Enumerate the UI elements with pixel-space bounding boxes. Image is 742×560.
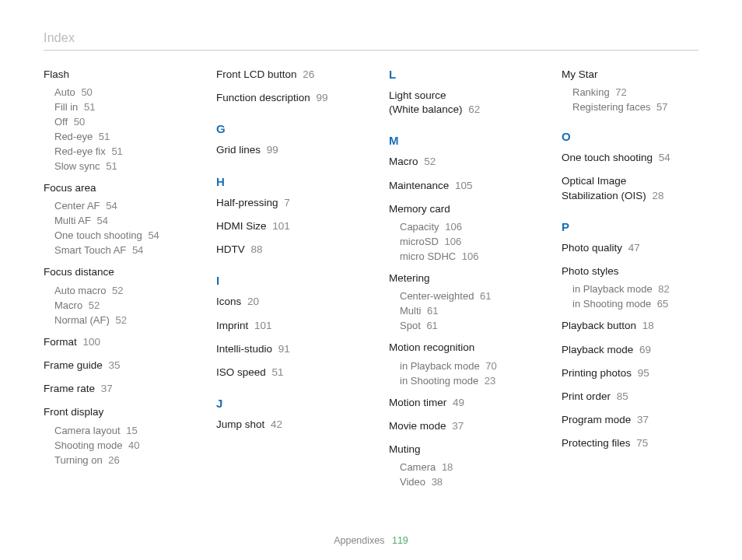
index-entry-label: Printing photos	[562, 367, 632, 379]
index-subentry[interactable]: Center-weighted 61	[400, 290, 526, 302]
index-entry[interactable]: Light source(White balance) 62	[389, 89, 526, 117]
index-entry-label: ISO speed	[216, 366, 266, 378]
index-subentry-page: 54	[132, 244, 143, 256]
index-subentry[interactable]: Shooting mode 40	[54, 439, 180, 451]
index-entry[interactable]: Photo quality 47	[562, 241, 698, 255]
index-subentry[interactable]: Capacity 106	[400, 221, 526, 233]
index-entry[interactable]: Macro 52	[389, 155, 526, 169]
index-entry-page: 100	[83, 336, 101, 348]
index-entry[interactable]: ISO speed 51	[216, 366, 353, 380]
index-entry[interactable]: Movie mode 37	[389, 419, 526, 433]
index-subentry[interactable]: in Playback mode 82	[572, 283, 698, 295]
index-entry[interactable]: Playback mode 69	[562, 343, 698, 357]
index-subentry[interactable]: Spot 61	[400, 320, 526, 331]
index-entry-page: 51	[272, 366, 284, 378]
index-subentry[interactable]: in Shooting mode 65	[572, 298, 698, 310]
index-entry-label: Program mode	[562, 414, 631, 425]
index-entry[interactable]: Front LCD button 26	[216, 68, 353, 82]
index-entry-page: 7	[284, 197, 290, 208]
index-subentry-page: 106	[445, 221, 462, 233]
index-group-heading: Motion recognition	[389, 341, 526, 355]
index-entry-label: Imprint	[216, 320, 248, 331]
index-columns: FlashAuto 50Fill in 51Off 50Red-eye 51Re…	[44, 68, 698, 497]
index-entry-page: 105	[455, 180, 473, 191]
index-entry-label: One touch shooting	[562, 152, 653, 163]
index-subentry-label: Slow sync	[54, 160, 100, 172]
index-entry-page: 54	[659, 152, 670, 163]
index-subentry[interactable]: Off 50	[54, 116, 180, 128]
index-entry[interactable]: Function description 99	[216, 91, 353, 105]
index-entry-page: 28	[653, 190, 664, 201]
index-subentry[interactable]: Red-eye fix 51	[54, 145, 180, 157]
index-subentry-page: 51	[99, 131, 110, 142]
index-entry[interactable]: Program mode 37	[562, 413, 698, 427]
index-subentry-page: 51	[111, 145, 122, 157]
index-subentry-page: 65	[657, 298, 668, 310]
index-subentry[interactable]: Slow sync 51	[54, 160, 180, 172]
index-entry[interactable]: HDMI Size 101	[216, 219, 353, 233]
index-entry[interactable]: Jump shot 42	[216, 418, 353, 432]
index-subentry[interactable]: Video 38	[400, 476, 526, 488]
index-subentry[interactable]: Center AF 54	[54, 200, 180, 212]
index-entry[interactable]: Motion timer 49	[389, 396, 526, 410]
index-entry[interactable]: Frame guide 35	[44, 359, 180, 373]
index-subentry-page: 106	[444, 236, 461, 247]
index-entry[interactable]: Protecting files 75	[562, 436, 698, 450]
index-subentry[interactable]: Camera 18	[400, 461, 526, 473]
index-subentry[interactable]: Ranking 72	[572, 86, 698, 98]
index-subentry-page: 51	[106, 160, 117, 172]
index-column: Front LCD button 26Function description …	[216, 68, 353, 497]
index-subentry[interactable]: Macro 52	[54, 299, 180, 311]
index-subentry[interactable]: Registering faces 57	[572, 101, 698, 113]
index-entry[interactable]: Format 100	[44, 335, 180, 349]
index-subentry[interactable]: Smart Touch AF 54	[54, 244, 180, 256]
index-entry[interactable]: Printing photos 95	[562, 366, 698, 380]
index-entry[interactable]: Optical ImageStabilization (OIS) 28	[562, 174, 698, 202]
index-entry[interactable]: Imprint 101	[216, 319, 353, 333]
index-subentry-label: in Shooting mode	[400, 375, 478, 387]
index-entry[interactable]: Grid lines 99	[216, 143, 353, 157]
index-entry[interactable]: Half-pressing 7	[216, 196, 353, 210]
index-entry-label: Function description	[216, 92, 310, 103]
index-subentry[interactable]: Multi 61	[400, 305, 526, 317]
index-subentry-label: Multi AF	[54, 215, 91, 226]
index-group-heading: Focus area	[44, 181, 180, 195]
index-subentry-label: Off	[54, 116, 68, 128]
index-subentry-label: Turning on	[54, 454, 103, 466]
index-subentry[interactable]: Normal (AF) 52	[54, 314, 180, 326]
index-subentry[interactable]: Auto 50	[54, 86, 180, 98]
index-subentry-label: Normal (AF)	[54, 314, 110, 326]
index-subentry[interactable]: Auto macro 52	[54, 285, 180, 296]
index-subentry[interactable]: One touch shooting 54	[54, 229, 180, 241]
index-entry-page: 37	[452, 420, 464, 432]
index-subentry[interactable]: Multi AF 54	[54, 215, 180, 226]
index-entry[interactable]: Playback button 18	[562, 319, 698, 333]
index-subentry[interactable]: Turning on 26	[54, 454, 180, 466]
index-entry-page: 20	[247, 296, 259, 307]
index-entry-page: 52	[424, 156, 436, 167]
index-entry[interactable]: Icons 20	[216, 295, 353, 309]
index-subentry-page: 106	[462, 250, 479, 262]
index-subentry[interactable]: Fill in 51	[54, 101, 180, 113]
index-subentry[interactable]: in Playback mode 70	[400, 360, 526, 372]
index-subentry[interactable]: Camera layout 15	[54, 425, 180, 436]
index-entry-label: Motion timer	[389, 397, 446, 408]
index-entry[interactable]: Maintenance 105	[389, 179, 526, 193]
index-subentry-page: 52	[112, 285, 123, 296]
index-subentry[interactable]: micro SDHC 106	[400, 250, 526, 262]
index-entry[interactable]: HDTV 88	[216, 243, 353, 257]
index-entry[interactable]: Frame rate 37	[44, 382, 180, 396]
index-subentry-label: Macro	[54, 299, 82, 311]
index-subentry[interactable]: in Shooting mode 23	[400, 375, 526, 387]
index-entry[interactable]: One touch shooting 54	[562, 151, 698, 165]
index-subentry-page: 51	[84, 101, 95, 113]
index-entry-page: 88	[251, 243, 263, 255]
index-entry[interactable]: Intelli-studio 91	[216, 342, 353, 356]
index-entry[interactable]: Print order 85	[562, 390, 698, 404]
index-subentry[interactable]: Red-eye 51	[54, 131, 180, 142]
index-subentry[interactable]: microSD 106	[400, 236, 526, 247]
index-entry-page: 37	[101, 383, 113, 394]
index-subentry-label: Auto	[54, 86, 75, 98]
index-entry-label: Print order	[562, 390, 611, 402]
index-subentry-label: Camera	[400, 461, 436, 473]
